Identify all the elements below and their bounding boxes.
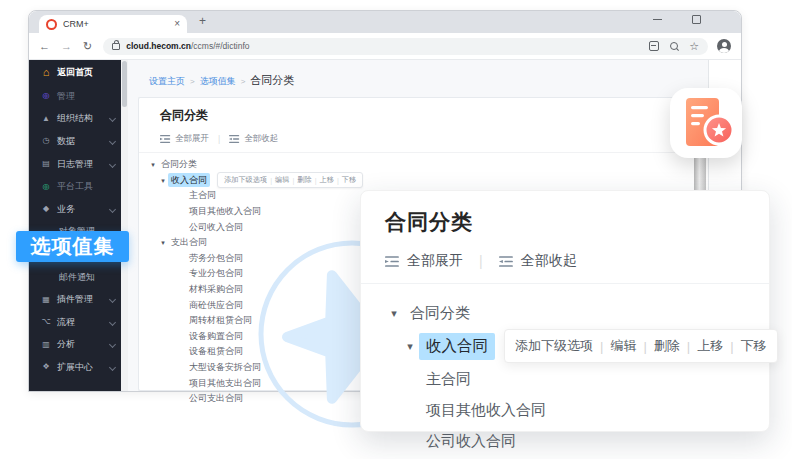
caret-down-icon[interactable]: ▾ <box>148 161 158 168</box>
caret-down-icon[interactable]: ▾ <box>158 239 168 246</box>
window-controls <box>653 15 701 24</box>
sidebar-item-option-value-set-callout[interactable]: 选项值集 <box>16 231 129 262</box>
tree-item-label: 劳务分包合同 <box>186 251 246 265</box>
divider <box>139 152 708 153</box>
new-tab-button[interactable]: + <box>199 14 206 28</box>
tab-strip: CRM+ × + <box>29 11 741 33</box>
tree-action-button[interactable]: 添加下级选项 <box>224 175 267 185</box>
caret-down-icon[interactable]: ▾ <box>385 308 403 319</box>
overlay-tree-item[interactable]: ▾合同分类 <box>385 298 745 328</box>
sidebar-item-label: 分析 <box>57 338 75 351</box>
overlay-tree-action-button[interactable]: 删除 <box>654 337 680 355</box>
sidebar-item-admin[interactable]: ◎管理 <box>29 85 121 108</box>
url-path: /ccms/#/dictinfo <box>191 41 250 51</box>
overlay-tree-item[interactable]: 公司收入合同 <box>385 426 745 456</box>
sidebar-scrollbar <box>121 60 128 391</box>
address-toolbar: ← → ↻ cloud.hecom.cn /ccms/#/dictinfo ☆ <box>29 33 741 60</box>
tree-item-label: 项目其他收入合同 <box>186 205 264 219</box>
sidebar-item-analysis[interactable]: ▥分析 <box>29 334 121 357</box>
tree-action-button[interactable]: 删除 <box>297 175 311 185</box>
tree-item-label: 专业分包合同 <box>186 267 246 281</box>
collapse-all-icon <box>229 134 240 144</box>
overlay-tree-action-button[interactable]: 编辑 <box>610 337 636 355</box>
refresh-icon[interactable]: ↻ <box>83 41 92 52</box>
tab-close-icon[interactable]: × <box>174 19 180 29</box>
sidebar-item-workflow[interactable]: ⌥流程 <box>29 311 121 334</box>
overlay-tree-action-button[interactable]: 下移 <box>741 337 767 355</box>
overlay-tree-action-button[interactable]: 上移 <box>697 337 723 355</box>
sidebar-item-extension-center[interactable]: ❖扩展中心 <box>29 356 121 379</box>
clock-icon: ◷ <box>40 137 52 145</box>
sidebar-item-label: 管理 <box>57 90 75 103</box>
collapse-all-button[interactable]: 全部收起 <box>244 133 278 145</box>
sidebar-scrollbar-thumb[interactable] <box>122 61 127 107</box>
tree-action-button[interactable]: 编辑 <box>275 175 289 185</box>
overlay-tree-action-toolbar: 添加下级选项|编辑|删除|上移|下移 <box>504 329 778 363</box>
bookmark-star-icon[interactable]: ☆ <box>689 41 699 52</box>
overlay-tree-item[interactable]: 项目其他收入合同 <box>385 395 745 425</box>
tree-item-label: 支出合同 <box>168 236 210 250</box>
overlay-tree-item[interactable]: 主合同 <box>385 364 745 394</box>
overlay-expand-all-button[interactable]: 全部展开 <box>407 252 463 270</box>
overlay-tree-item-label: 收入合同 <box>419 333 495 360</box>
tree-item-label: 材料采购合同 <box>186 283 246 297</box>
grid-icon: ▦ <box>40 296 52 304</box>
url-host: cloud.hecom.cn <box>126 41 191 51</box>
tree-item[interactable]: ▾收入合同添加下级选项|编辑|删除|上移|下移 <box>148 173 708 189</box>
sidebar-item-business[interactable]: ◆业务 <box>29 198 121 221</box>
browser-tab[interactable]: CRM+ × <box>39 15 187 33</box>
sidebar-item-label: 数据 <box>57 135 75 148</box>
tree-action-button[interactable]: 下移 <box>342 175 356 185</box>
page-title: 合同分类 <box>160 107 708 124</box>
action-separator: | <box>687 339 690 354</box>
toolbar-separator: | <box>218 134 220 144</box>
breadcrumb-link-settings-home[interactable]: 设置主页 <box>149 75 185 88</box>
sidebar-item-log-management[interactable]: ▤日志管理 <box>29 153 121 176</box>
magnified-panel: 合同分类 全部展开 | 全部收起 ▾合同分类▾收入合同添加下级选项|编辑|删除|… <box>360 190 770 432</box>
tree-item[interactable]: ▾合同分类 <box>148 157 708 173</box>
action-separator: | <box>643 339 646 354</box>
puzzle-icon: ❖ <box>40 363 52 371</box>
expand-all-button[interactable]: 全部展开 <box>175 133 209 145</box>
sidebar-item-data[interactable]: ◷数据 <box>29 130 121 153</box>
address-bar[interactable]: cloud.hecom.cn /ccms/#/dictinfo ☆ <box>103 38 708 55</box>
overlay-tree-action-button[interactable]: 添加下级选项 <box>515 337 593 355</box>
breadcrumb-link-option-value-set[interactable]: 选项值集 <box>200 75 236 88</box>
sidebar-item-label: 日志管理 <box>57 158 93 171</box>
forward-icon[interactable]: → <box>61 41 72 52</box>
chevron-down-icon <box>109 341 116 348</box>
sidebar-item-platform-tools[interactable]: ◎平台工具 <box>29 175 121 198</box>
tree-item-label: 收入合同 <box>168 173 210 187</box>
caret-down-icon[interactable]: ▾ <box>401 341 419 352</box>
sidebar-item-label: 组织结构 <box>57 112 93 125</box>
overlay-collapse-all-button[interactable]: 全部收起 <box>521 252 577 270</box>
overlay-tree-item-label: 合同分类 <box>403 301 477 326</box>
tree-item-label: 周转材租赁合同 <box>186 314 255 328</box>
tree-action-button[interactable]: 上移 <box>320 175 334 185</box>
profile-avatar[interactable] <box>717 39 731 53</box>
maximize-button[interactable] <box>692 15 701 24</box>
divider <box>361 283 769 284</box>
zoom-icon[interactable] <box>670 42 678 50</box>
tree-action-toolbar: 添加下级选项|编辑|删除|上移|下移 <box>217 172 363 188</box>
back-icon[interactable]: ← <box>39 41 50 52</box>
extensions-icon[interactable] <box>649 41 659 51</box>
expand-all-icon <box>160 134 171 144</box>
log-icon: ▤ <box>40 160 52 168</box>
minimize-button[interactable] <box>653 19 662 21</box>
sidebar-item-home[interactable]: ⌂返回首页 <box>29 60 121 85</box>
overlay-tree-item-label: 主合同 <box>419 367 478 392</box>
sidebar-item-plugin-management[interactable]: ▦插件管理 <box>29 288 121 311</box>
sidebar-item-label: 流程 <box>57 316 75 329</box>
sidebar-item-mail-notification[interactable]: 邮件通知 <box>29 266 121 289</box>
overlay-tree-item[interactable]: ▾收入合同添加下级选项|编辑|删除|上移|下移 <box>385 329 745 363</box>
tree-item-label: 公司支出合同 <box>186 392 246 406</box>
sidebar-item-org-structure[interactable]: ▲组织结构 <box>29 108 121 131</box>
flow-icon: ⌥ <box>40 318 52 326</box>
caret-down-icon[interactable]: ▾ <box>158 177 168 184</box>
collapse-all-icon <box>499 255 514 268</box>
expand-all-icon <box>385 255 400 268</box>
tree-item-label: 设备租赁合同 <box>186 345 246 359</box>
chevron-down-icon <box>109 115 116 122</box>
tab-title: CRM+ <box>63 19 174 29</box>
